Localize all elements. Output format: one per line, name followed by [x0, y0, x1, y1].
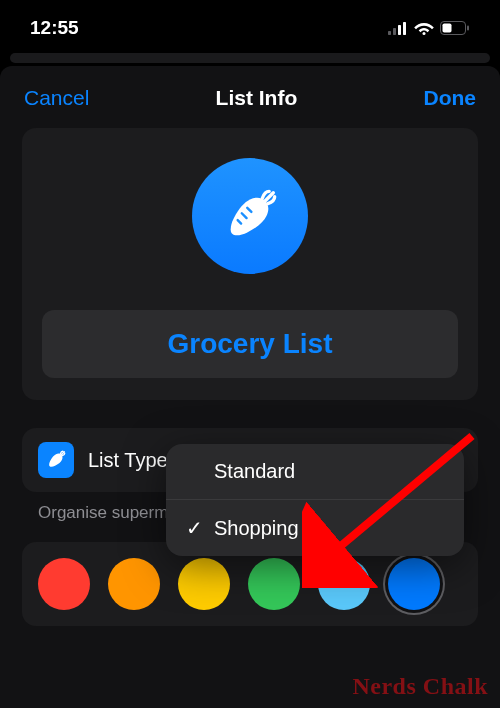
svg-rect-7 — [467, 26, 469, 31]
cancel-button[interactable]: Cancel — [24, 86, 89, 110]
menu-item-label: Shopping — [214, 517, 299, 540]
status-bar: 12:55 — [0, 0, 500, 50]
svg-rect-2 — [398, 25, 401, 35]
done-button[interactable]: Done — [424, 86, 477, 110]
list-name-input[interactable] — [54, 328, 446, 360]
svg-rect-6 — [443, 24, 452, 33]
carrot-icon — [219, 185, 281, 247]
color-swatch-blue[interactable] — [388, 558, 440, 610]
color-swatch-green[interactable] — [248, 558, 300, 610]
list-icon-hero[interactable] — [42, 158, 458, 274]
carrot-icon — [45, 449, 67, 471]
list-type-menu: Standard ✓ Shopping — [166, 444, 464, 556]
color-swatch-yellow[interactable] — [178, 558, 230, 610]
sheet-background-layer — [10, 53, 490, 63]
cellular-icon — [388, 22, 408, 35]
status-icons — [388, 21, 470, 35]
list-icon-circle — [192, 158, 308, 274]
watermark: Nerds Chalk — [352, 673, 488, 700]
list-name-field[interactable] — [42, 310, 458, 378]
status-time: 12:55 — [30, 17, 79, 39]
nav-bar: Cancel List Info Done — [0, 66, 500, 128]
check-icon: ✓ — [186, 516, 204, 540]
color-swatch-orange[interactable] — [108, 558, 160, 610]
wifi-icon — [414, 21, 434, 35]
svg-rect-3 — [403, 22, 406, 35]
svg-rect-0 — [388, 31, 391, 35]
page-title: List Info — [216, 86, 298, 110]
modal-sheet: Cancel List Info Done — [0, 66, 500, 708]
menu-item-shopping[interactable]: ✓ Shopping — [166, 500, 464, 556]
svg-rect-1 — [393, 28, 396, 35]
list-identity-card — [22, 128, 478, 400]
svg-point-4 — [423, 32, 426, 35]
color-swatch-lightblue[interactable] — [318, 558, 370, 610]
menu-item-standard[interactable]: Standard — [166, 444, 464, 500]
menu-item-label: Standard — [214, 460, 295, 483]
battery-icon — [440, 21, 470, 35]
list-type-icon-badge — [38, 442, 74, 478]
color-swatch-red[interactable] — [38, 558, 90, 610]
